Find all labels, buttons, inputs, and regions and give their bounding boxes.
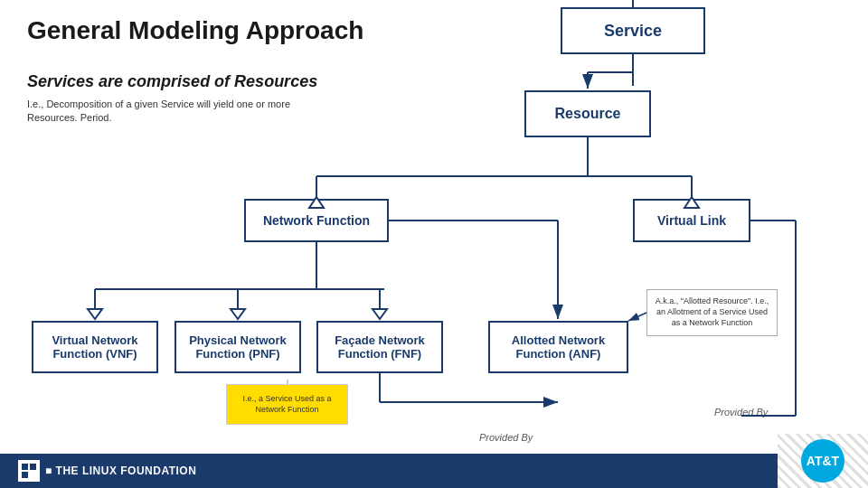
pnf-box: Physical NetworkFunction (PNF): [175, 321, 301, 373]
svg-marker-21: [373, 309, 387, 319]
svg-rect-34: [30, 464, 36, 470]
subtitle: Services are comprised of Resources: [27, 72, 317, 91]
pnf-label: Physical NetworkFunction (PNF): [189, 333, 287, 361]
att-logo: AT&T: [778, 434, 868, 488]
svg-marker-17: [88, 309, 102, 319]
provided-by-bottom: Provided By: [479, 432, 533, 443]
service-box: Service: [561, 7, 705, 54]
linux-foundation-logo: ■ THE LINUX FOUNDATION: [18, 460, 196, 482]
pnf-note: I.e., a Service Used as a Network Functi…: [226, 384, 348, 425]
svg-line-25: [628, 313, 646, 321]
bottom-bar: ■ THE LINUX FOUNDATION: [0, 454, 868, 488]
svg-marker-19: [231, 309, 245, 319]
svg-rect-33: [22, 464, 28, 470]
anf-box: Allotted NetworkFunction (ANF): [488, 321, 628, 373]
att-circle: AT&T: [801, 439, 844, 483]
network-function-box: Network Function: [244, 199, 389, 242]
page-title: General Modeling Approach: [27, 16, 363, 45]
lf-text: ■ THE LINUX FOUNDATION: [45, 465, 196, 477]
fnf-box: Façade NetworkFunction (FNF): [316, 321, 443, 373]
description-text: I.e., Decomposition of a given Service w…: [27, 98, 326, 126]
resource-box: Resource: [524, 90, 651, 137]
vnf-label: Virtual NetworkFunction (VNF): [52, 333, 137, 361]
fnf-label: Façade NetworkFunction (FNF): [335, 333, 425, 361]
anf-note: A.k.a., "Allotted Resource". I.e., an Al…: [646, 289, 778, 336]
provided-by-right: Provided By: [714, 407, 768, 418]
lf-icon: [18, 460, 40, 482]
vnf-box: Virtual NetworkFunction (VNF): [32, 321, 158, 373]
virtual-link-box: Virtual Link: [633, 199, 750, 242]
anf-label: Allotted NetworkFunction (ANF): [512, 333, 605, 361]
svg-rect-35: [22, 472, 28, 478]
